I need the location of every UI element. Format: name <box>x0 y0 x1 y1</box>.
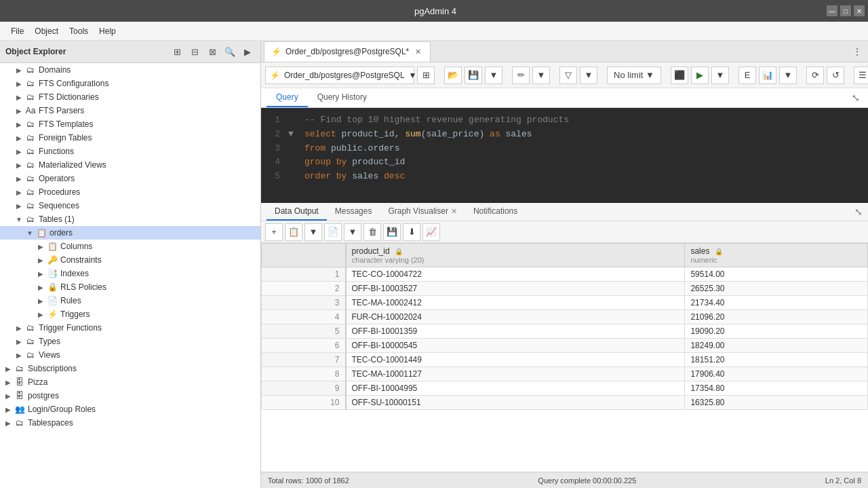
tab-notifications[interactable]: Notifications <box>465 203 526 221</box>
filter-button[interactable]: ▽ <box>559 67 577 84</box>
table-row: 3 TEC-MA-10002412 21734.40 <box>262 296 868 310</box>
results-expand-icon[interactable]: ⤡ <box>854 206 863 217</box>
tab-query[interactable]: Query <box>267 88 308 107</box>
row-num-cell: 10 <box>262 396 346 410</box>
menu-object[interactable]: Object <box>29 24 64 38</box>
tab-messages[interactable]: Messages <box>327 203 380 221</box>
sql-editor[interactable]: 1 -- Find top 10 highest revenue generat… <box>261 108 868 203</box>
tree-item[interactable]: ▶ 🗂 Materialized Views <box>0 158 260 172</box>
chart-button[interactable]: 📈 <box>422 223 440 241</box>
product-id-cell: TEC-MA-10002412 <box>346 296 685 310</box>
explain-analyze-button[interactable]: 📊 <box>759 67 776 84</box>
tree-toggle: ▶ <box>3 406 14 413</box>
tab-query-history[interactable]: Query History <box>308 88 376 107</box>
paste-dropdown-button[interactable]: ▼ <box>344 223 361 241</box>
table-row: 4 FUR-CH-10002024 21096.20 <box>262 310 868 324</box>
limit-selector[interactable]: No limit ▼ <box>607 67 661 84</box>
tree-item[interactable]: ▶ 🗄 Pizza <box>0 375 260 389</box>
tree-item[interactable]: ▶ 🗂 Views <box>0 348 260 362</box>
tree-item[interactable]: ▶ 🔑 Constraints <box>0 253 260 267</box>
app-title: pgAdmin 4 <box>44 6 827 16</box>
rollback-button[interactable]: ↺ <box>827 67 844 84</box>
menu-file[interactable]: File <box>5 24 29 38</box>
minimize-button[interactable]: — <box>827 5 837 16</box>
db-connect-button[interactable]: ⊞ <box>417 67 435 84</box>
menu-help[interactable]: Help <box>94 24 121 38</box>
menu-tools[interactable]: Tools <box>64 24 94 38</box>
tree-item[interactable]: ▶ 🗂 FTS Templates <box>0 117 260 131</box>
download-button[interactable]: ⬇ <box>403 223 420 241</box>
edit-button[interactable]: ✏ <box>512 67 530 84</box>
tree-item[interactable]: ▶ 🔒 RLS Policies <box>0 280 260 294</box>
explain-dropdown-button[interactable]: ▼ <box>779 67 797 84</box>
stop-button[interactable]: ⬛ <box>671 67 688 84</box>
tree-item[interactable]: ▶ 🗂 Operators <box>0 172 260 185</box>
product-id-cell: OFF-BI-10001359 <box>346 324 685 339</box>
tree-item[interactable]: ▶ 📋 Columns <box>0 240 260 253</box>
open-file-button[interactable]: 📂 <box>444 67 462 84</box>
explain-button[interactable]: E <box>738 67 756 84</box>
tree-item[interactable]: ▶ 🗂 FTS Dictionaries <box>0 90 260 104</box>
tree-item[interactable]: ▶ 🗂 Domains <box>0 63 260 77</box>
search-icon[interactable]: 🔍 <box>222 44 237 59</box>
query-tab[interactable]: ⚡ Order_db/postgres@PostgreSQL* ✕ <box>264 41 431 62</box>
tree-label: Columns <box>60 242 92 251</box>
paste-button[interactable]: 📄 <box>324 223 342 241</box>
tree-item[interactable]: ▶ 🗂 Trigger Functions <box>0 321 260 335</box>
commit-button[interactable]: ⟳ <box>806 67 824 84</box>
db-selector[interactable]: ⚡ Order_db/postgres@PostgreSQL ▼ <box>265 67 414 84</box>
add-row-button[interactable]: + <box>265 223 283 241</box>
tree-item[interactable]: ▶ 🗂 Functions <box>0 145 260 158</box>
run-button[interactable]: ▶ <box>691 67 709 84</box>
tree-item[interactable]: ▶ 🗂 Foreign Tables <box>0 131 260 145</box>
data-table-container: product_id 🔒 character varying (20) sale… <box>261 243 868 472</box>
maximize-button[interactable]: □ <box>840 5 851 16</box>
tree-item[interactable]: ▶ 🗄 postgres <box>0 389 260 402</box>
run-dropdown-button[interactable]: ▼ <box>711 67 729 84</box>
tree-icon: 🗂 <box>24 322 37 333</box>
table-view-icon[interactable]: ⊠ <box>205 44 220 59</box>
tree-item[interactable]: ▶ 📑 Indexes <box>0 267 260 280</box>
save-data-button[interactable]: 💾 <box>383 223 401 241</box>
product-id-cell: OFF-BI-10000545 <box>346 339 685 353</box>
tab-data-output[interactable]: Data Output <box>267 203 327 221</box>
tree-item[interactable]: ▶ 🗂 Types <box>0 335 260 348</box>
tree-toggle: ▶ <box>14 162 24 169</box>
tree-icon: 🗂 <box>24 132 37 143</box>
sales-cell: 21096.20 <box>685 310 868 324</box>
terminal-icon[interactable]: ▶ <box>240 44 255 59</box>
copy-button[interactable]: 📋 <box>285 223 302 241</box>
product-id-cell: OFF-BI-10003527 <box>346 282 685 296</box>
tree-item[interactable]: ▶ 🗂 Sequences <box>0 199 260 212</box>
tree-toggle: ▶ <box>3 379 14 386</box>
save-dropdown-button[interactable]: ▼ <box>485 67 502 84</box>
tree-item[interactable]: ▼ 📋 orders <box>0 226 260 240</box>
tab-graph-visualiser[interactable]: Graph Visualiser ✕ <box>380 203 465 221</box>
query-expand-icon[interactable]: ⤡ <box>849 90 863 106</box>
close-button[interactable]: ✕ <box>854 5 865 16</box>
tab-close-button[interactable]: ✕ <box>413 47 423 57</box>
tree-item[interactable]: ▶ 🗂 FTS Configurations <box>0 77 260 90</box>
tree-item[interactable]: ▶ 👥 Login/Group Roles <box>0 402 260 416</box>
tree-item[interactable]: ▶ 📄 Rules <box>0 294 260 307</box>
save-button[interactable]: 💾 <box>465 67 482 84</box>
edit-dropdown-button[interactable]: ▼ <box>532 67 550 84</box>
graph-tab-close[interactable]: ✕ <box>451 207 457 216</box>
sql-line-4: 4 group by product_id <box>269 155 860 170</box>
copy-dropdown-button[interactable]: ▼ <box>304 223 322 241</box>
tab-more-button[interactable]: ⋮ <box>849 43 865 60</box>
tree-item[interactable]: ▶ ⚡ Triggers <box>0 307 260 321</box>
macros-button[interactable]: ☰ <box>854 67 868 84</box>
delete-button[interactable]: 🗑 <box>363 223 381 241</box>
tree-item[interactable]: ▶ 🗂 Tablespaces <box>0 416 260 430</box>
filter-dropdown-button[interactable]: ▼ <box>580 67 597 84</box>
grid-small-icon[interactable]: ⊞ <box>170 44 184 59</box>
table-header-row: product_id 🔒 character varying (20) sale… <box>262 244 868 267</box>
tree-label: FTS Dictionaries <box>39 92 99 102</box>
tree-item[interactable]: ▶ Aa FTS Parsers <box>0 104 260 117</box>
tree-item[interactable]: ▶ 🗂 Subscriptions <box>0 362 260 375</box>
tree-item[interactable]: ▶ 🗂 Procedures <box>0 185 260 199</box>
tree-toggle: ▶ <box>14 189 24 196</box>
tree-item[interactable]: ▼ 🗂 Tables (1) <box>0 212 260 226</box>
grid-large-icon[interactable]: ⊟ <box>187 44 202 59</box>
